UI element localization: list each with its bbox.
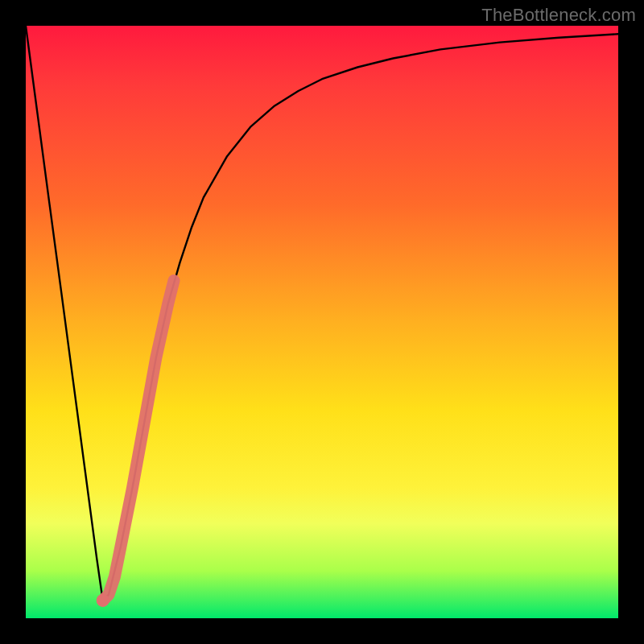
chart-frame: TheBottleneck.com — [0, 0, 644, 644]
chart-svg — [26, 26, 618, 618]
plot-area — [26, 26, 618, 618]
optimum-point-dot — [97, 594, 109, 607]
bottleneck-curve — [26, 26, 618, 601]
recommended-range-highlight — [103, 281, 174, 601]
watermark-text: TheBottleneck.com — [481, 5, 636, 26]
